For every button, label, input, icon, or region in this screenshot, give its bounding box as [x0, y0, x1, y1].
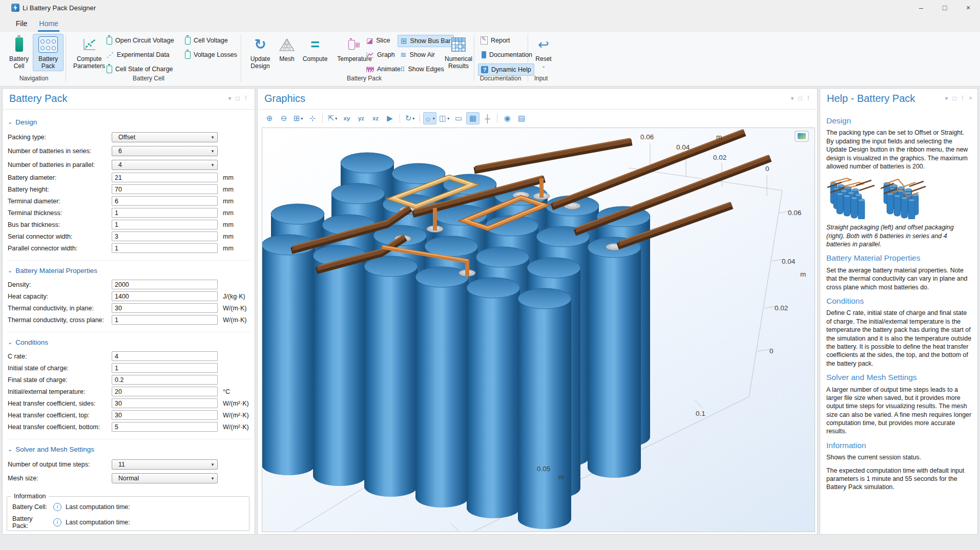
go-to-view-icon[interactable]: ⇱▾ — [326, 112, 339, 124]
scene-light-icon[interactable]: ☼▾ — [423, 112, 436, 124]
heat-capacity-field[interactable] — [112, 291, 218, 301]
open-circuit-voltage-button[interactable]: Open Circuit Voltage — [104, 35, 177, 46]
view-xy-icon[interactable]: xy — [340, 112, 353, 124]
slice-icon: ◪ — [366, 36, 373, 45]
battery-height-field[interactable] — [112, 184, 218, 194]
rotate-icon[interactable]: ↻▾ — [403, 112, 416, 124]
movie-icon[interactable]: ▶ — [383, 112, 397, 124]
compute-icon: = — [310, 35, 320, 54]
panel-float-icon[interactable]: □ — [799, 95, 802, 102]
report-button[interactable]: ✎ Report — [478, 35, 513, 46]
information-groupbox: Information Battery Cell: i Last computa… — [7, 496, 249, 531]
mesh-button[interactable]: Mesh — [275, 34, 299, 64]
svg-text:0: 0 — [769, 347, 774, 355]
density-field[interactable] — [112, 280, 218, 289]
info-row-label: Battery Cell: — [12, 503, 49, 511]
final-state-of-charge-field[interactable] — [112, 375, 218, 385]
thermal-conductivity-in-plane-field[interactable] — [112, 303, 218, 313]
bus-bar-thickness-field[interactable] — [112, 220, 218, 229]
settings-panel-title: Battery Pack — [9, 93, 67, 104]
panel-collapse-icon[interactable]: ▾ — [945, 95, 948, 102]
compute-parameters-icon — [82, 37, 96, 52]
maximize-button[interactable]: □ — [933, 0, 956, 15]
view-xz-icon[interactable]: xz — [369, 112, 382, 124]
section-battery-material-properties[interactable]: ⌄ Battery Material Properties — [8, 267, 251, 274]
heat-transfer-bottom-field[interactable] — [112, 422, 218, 432]
thumbnail-caption: Straight packaging (left) and offset pac… — [826, 223, 972, 248]
zoom-out-icon[interactable]: ⊖ — [277, 112, 290, 124]
batteries-in-parallel-combo[interactable]: 4 ▾ — [112, 160, 218, 170]
combo-arrow-icon: ▾ — [208, 149, 217, 154]
reset-button[interactable]: ↩ Reset ⌄ — [531, 34, 556, 71]
show-air-button[interactable]: ≋ Show Air — [398, 49, 437, 60]
tab-file[interactable]: File — [13, 17, 30, 30]
batteries-in-series-combo[interactable]: 6 ▾ — [112, 146, 218, 156]
heat-transfer-top-field[interactable] — [112, 410, 218, 420]
battery-diameter-field[interactable] — [112, 173, 218, 182]
terminal-thickness-field[interactable] — [112, 208, 218, 218]
print-icon[interactable]: ▤ — [515, 112, 528, 124]
app-icon — [11, 4, 19, 12]
cell-state-of-charge-button[interactable]: Cell State of Charge — [104, 64, 176, 75]
panel-pin-icon[interactable]: ⊺ — [244, 95, 247, 102]
graph-button[interactable]: Graph — [364, 49, 398, 60]
battery-cell-nav-button[interactable]: Battery Cell — [5, 34, 33, 71]
graphics-canvas[interactable]: 0.06 0.04 0.02 0 m 0.06 0.04 m 0.02 0 0.… — [262, 128, 815, 532]
panel-collapse-icon[interactable]: ▾ — [228, 95, 231, 102]
section-solver-and-mesh[interactable]: ⌄ Solver and Mesh Settings — [8, 446, 251, 453]
parallel-connector-width-field[interactable] — [112, 243, 218, 253]
zoom-in-icon[interactable]: ⊕ — [263, 112, 276, 124]
axes-icon[interactable]: ┼ — [481, 112, 494, 124]
update-design-button[interactable]: ↻ Update Design — [245, 34, 276, 71]
panel-collapse-icon[interactable]: ▾ — [790, 95, 794, 102]
panel-float-icon[interactable]: □ — [236, 95, 240, 102]
help-panel-title: Help - Battery Pack — [827, 93, 915, 104]
minimize-button[interactable]: – — [909, 0, 933, 15]
svg-text:0.05: 0.05 — [537, 465, 550, 473]
zoom-box-icon[interactable]: ⊞▾ — [291, 112, 305, 124]
plot-window-icon[interactable] — [795, 131, 808, 141]
chevron-down-icon: ⌄ — [8, 339, 12, 346]
snapshot-icon[interactable]: ◉ — [501, 112, 514, 124]
documentation-button[interactable]: Documentation — [478, 49, 535, 60]
c-rate-field[interactable] — [112, 351, 218, 361]
straight-packaging-image — [826, 175, 875, 219]
panel-close-icon[interactable]: × — [969, 95, 972, 102]
svg-text:0.04: 0.04 — [676, 143, 690, 151]
heat-transfer-sides-field[interactable] — [112, 398, 218, 408]
battery-pack-nav-button[interactable]: Battery Pack — [33, 34, 64, 71]
graphics-toolbar: ⊕ ⊖ ⊞▾ ⊹ ⇱▾ xy yz xz ▶ ↻▾ ☼▾ ◫▾ ▭ ▦ ┼ ◉ … — [263, 112, 528, 124]
close-button[interactable]: × — [956, 0, 980, 15]
tab-home[interactable]: Home — [38, 17, 59, 32]
cell-voltage-button[interactable]: Cell Voltage — [182, 35, 231, 46]
view-yz-icon[interactable]: yz — [355, 112, 368, 124]
show-edges-button[interactable]: ⠿ Show Edges — [398, 64, 447, 75]
grid-icon[interactable]: ▦ — [466, 112, 479, 124]
thermal-conductivity-cross-plane-field[interactable] — [112, 315, 218, 325]
panel-float-icon[interactable]: □ — [952, 95, 956, 102]
section-conditions[interactable]: ⌄ Conditions — [8, 339, 251, 346]
initial-external-temperature-field[interactable] — [112, 387, 218, 396]
serial-connector-width-field[interactable] — [112, 231, 218, 241]
panel-pin-icon[interactable]: ⊺ — [961, 95, 964, 102]
voltage-losses-button[interactable]: Voltage Losses — [182, 49, 240, 60]
initial-state-of-charge-field[interactable] — [112, 363, 218, 373]
mesh-size-combo[interactable]: Normal ▾ — [112, 473, 218, 483]
dynamic-help-button[interactable]: ? Dynamic Help — [478, 64, 534, 76]
compute-parameters-button[interactable]: Compute Parameters — [69, 34, 110, 71]
packing-type-combo[interactable]: Offset ▾ — [112, 132, 218, 142]
scene-icon[interactable]: ◫▾ — [437, 112, 451, 124]
svg-text:m: m — [716, 133, 722, 141]
combo-arrow-icon: ▾ — [208, 462, 217, 467]
zoom-extents-icon[interactable]: ⊹ — [306, 112, 319, 124]
wireframe-icon[interactable]: ▭ — [452, 112, 465, 124]
section-design[interactable]: ⌄ Design — [8, 118, 251, 126]
mesh-icon — [279, 38, 295, 52]
panel-pin-icon[interactable]: ⊺ — [807, 95, 810, 102]
output-time-steps-combo[interactable]: 11 ▾ — [112, 459, 218, 470]
compute-button[interactable]: = Compute — [298, 34, 332, 64]
numerical-results-button[interactable]: Numerical Results — [442, 34, 475, 71]
experimental-data-button[interactable]: ⋰ Experimental Data — [104, 49, 172, 60]
slice-button[interactable]: ◪ Slice — [364, 35, 392, 46]
terminal-diameter-field[interactable] — [112, 196, 218, 206]
